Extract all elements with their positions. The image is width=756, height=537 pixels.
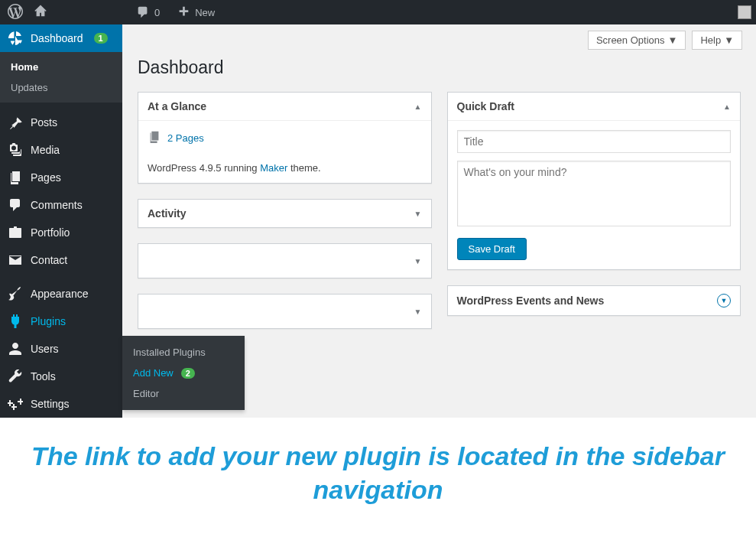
save-draft-button[interactable]: Save Draft (457, 238, 527, 260)
flyout-editor[interactable]: Editor (122, 383, 245, 404)
collapse-icon: ▲ (723, 103, 731, 111)
settings-icon (8, 396, 23, 412)
flyout-add-new[interactable]: Add New 2 (122, 363, 245, 383)
quick-draft-widget: Quick Draft ▲ Save Draft (447, 92, 741, 270)
wordpress-logo-icon[interactable] (8, 4, 23, 21)
sidebar-item-media[interactable]: Media (0, 136, 122, 164)
screen-options-button[interactable]: Screen Options ▼ (588, 31, 686, 50)
pages-icon (148, 130, 161, 146)
dashboard-label: Dashboard (31, 32, 83, 44)
admin-topbar: 0 New (0, 0, 756, 24)
dashboard-badge: 1 (94, 33, 108, 44)
sidebar-item-appearance[interactable]: Appearance (0, 280, 122, 308)
at-a-glance-widget: At a Glance ▲ 2 Pages WordPress 4.9.5 ru… (138, 92, 432, 184)
empty-widget-2[interactable]: ▼ (138, 294, 432, 329)
pin-icon (8, 115, 23, 130)
chevron-down-icon: ▼ (724, 34, 734, 46)
sidebar-item-settings[interactable]: Settings (0, 390, 122, 418)
new-label: New (195, 7, 215, 18)
sidebar-item-pages[interactable]: Pages (0, 164, 122, 191)
page-title: Dashboard (122, 50, 756, 92)
theme-link[interactable]: Maker (260, 162, 287, 174)
topbar-comments[interactable]: 0 (136, 5, 160, 19)
media-icon (8, 142, 23, 158)
user-icon (8, 341, 23, 356)
widget-header[interactable]: At a Glance ▲ (138, 93, 431, 121)
sidebar-item-dashboard[interactable]: Dashboard 1 (0, 24, 122, 52)
wrench-icon (8, 369, 23, 384)
plugin-icon (8, 314, 23, 329)
comments-icon (8, 197, 23, 213)
mail-icon (8, 252, 23, 268)
widget-header[interactable]: WordPress Events and News ▼ (448, 286, 741, 315)
expand-circle-icon: ▼ (717, 294, 731, 308)
widget-header[interactable]: Activity ▼ (138, 200, 431, 227)
collapse-icon: ▼ (414, 210, 422, 218)
sidebar-item-users[interactable]: Users (0, 335, 122, 363)
glance-pages-link[interactable]: 2 Pages (148, 130, 422, 146)
comment-count: 0 (154, 7, 160, 18)
draft-title-input[interactable] (457, 130, 732, 153)
dashboard-icon (8, 31, 23, 46)
draft-body-input[interactable] (457, 161, 732, 226)
widget-header[interactable]: Quick Draft ▲ (448, 93, 741, 121)
portfolio-icon (8, 225, 23, 240)
avatar[interactable] (738, 5, 751, 19)
sidebar-item-plugins[interactable]: Plugins (0, 308, 122, 335)
collapse-icon: ▼ (414, 308, 422, 316)
sidebar-item-comments[interactable]: Comments (0, 191, 122, 219)
flyout-installed-plugins[interactable]: Installed Plugins (122, 342, 245, 363)
plus-icon (177, 5, 190, 19)
wp-version-text: WordPress 4.9.5 running Maker theme. (148, 154, 422, 174)
help-button[interactable]: Help ▼ (692, 31, 742, 50)
home-icon[interactable] (34, 5, 47, 21)
annotation-caption: The link to add your new plugin is locat… (0, 418, 756, 528)
plugins-flyout: Installed Plugins Add New 2 Editor (122, 336, 245, 410)
add-new-badge: 2 (181, 368, 195, 379)
comment-icon (136, 5, 150, 19)
collapse-icon: ▲ (414, 103, 422, 111)
pages-icon (8, 170, 23, 185)
collapse-icon: ▼ (414, 257, 422, 265)
sidebar-item-contact[interactable]: Contact (0, 246, 122, 274)
submenu-updates[interactable]: Updates (0, 77, 122, 98)
activity-widget: Activity ▼ (138, 199, 432, 228)
sidebar-item-tools[interactable]: Tools (0, 363, 122, 390)
topbar-new[interactable]: New (177, 5, 215, 19)
wordpress-news-widget: WordPress Events and News ▼ (447, 285, 741, 316)
empty-widget-1[interactable]: ▼ (138, 243, 432, 278)
sidebar-item-portfolio[interactable]: Portfolio (0, 219, 122, 246)
submenu-home[interactable]: Home (0, 57, 122, 77)
chevron-down-icon: ▼ (668, 34, 678, 46)
brush-icon (8, 286, 23, 301)
sidebar-item-posts[interactable]: Posts (0, 109, 122, 136)
dashboard-submenu: Home Updates (0, 52, 122, 103)
admin-sidebar: Dashboard 1 Home Updates Posts Media Pag… (0, 24, 122, 418)
